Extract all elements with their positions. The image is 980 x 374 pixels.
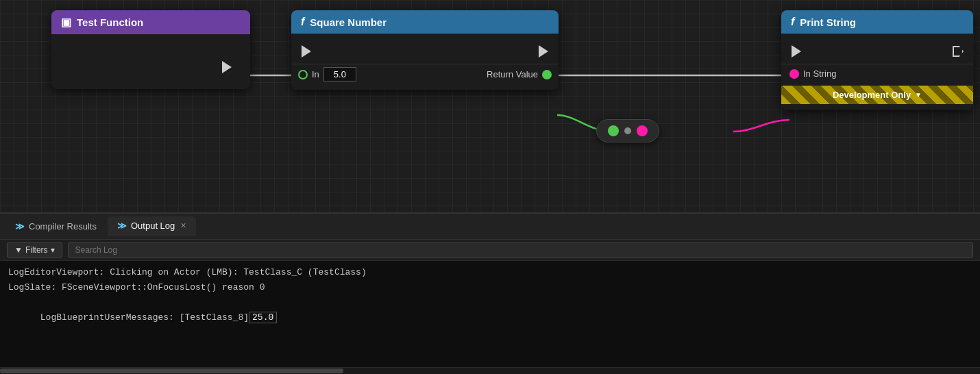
square-exec-in[interactable] [299,45,313,58]
square-in-value[interactable] [323,67,356,82]
test-function-header: ▣ Test Function [51,10,250,34]
dev-only-badge: Development Only ▼ [781,86,973,104]
test-function-title: Test Function [77,16,143,28]
scrollbar-area[interactable] [0,367,980,374]
log-line-3: LogBlueprintUserMessages: [TestClass_8]2… [8,295,972,340]
scrollbar-thumb[interactable] [0,369,343,373]
output-tab-label: Output Log [131,221,175,231]
square-number-node[interactable]: f Square Number In Return Value [291,10,559,90]
square-number-body: In Return Value [291,34,559,90]
square-number-pins: In Return Value [291,64,559,84]
square-exec-out[interactable] [537,45,550,58]
bottom-panel: ≫ Compiler Results ≫ Output Log ✕ ▼ Filt… [0,212,980,374]
log-area: LogEditorViewport: Clicking on Actor (LM… [0,261,980,367]
square-return-label: Return Value [487,69,538,79]
log-line-3-prefix: LogBlueprintUserMessages: [TestClass_8] [40,312,249,323]
log-line-1: LogEditorViewport: Clicking on Actor (LM… [8,265,972,280]
print-exec-in[interactable] [789,45,803,58]
print-in-string-pin[interactable] [789,69,799,79]
print-string-header: f Print String [781,10,973,34]
filter-funnel-icon: ▼ [14,245,23,255]
blueprint-canvas: ▣ Test Function f Square Number [0,0,980,212]
test-function-exec-out[interactable] [220,60,234,74]
square-return-pin[interactable] [542,70,552,79]
folder-icon: ▣ [61,16,71,29]
filter-chevron-icon: ▾ [51,245,55,255]
square-f-icon: f [301,16,304,28]
print-string-title: Print String [800,16,856,28]
print-exec-row [781,39,973,64]
print-f-icon: f [791,16,794,28]
print-in-string-row: In String [781,64,973,83]
test-function-body [51,34,250,89]
print-exec-out[interactable] [951,45,965,58]
search-log-input[interactable] [68,242,973,258]
log-line-2: LogSlate: FSceneViewport::OnFocusLost() … [8,280,972,295]
reroute-node[interactable] [596,119,659,142]
filters-button[interactable]: ▼ Filters ▾ [7,242,62,258]
tab-output[interactable]: ≫ Output Log ✕ [108,216,196,236]
square-in-label: In [312,69,319,79]
output-tab-icon: ≫ [117,221,127,231]
tab-bar: ≫ Compiler Results ≫ Output Log ✕ [0,214,980,240]
compiler-tab-label: Compiler Results [29,221,97,232]
square-number-title: Square Number [310,16,387,28]
print-string-body: In String Development Only ▼ [781,34,973,110]
log-value-highlight: 25.0 [249,312,277,323]
output-tab-close[interactable]: ✕ [180,221,186,230]
filters-label: Filters [25,245,48,255]
reroute-in-pin[interactable] [608,125,619,136]
tab-compiler[interactable]: ≫ Compiler Results [5,217,106,236]
square-number-exec-row [291,39,559,64]
square-number-header: f Square Number [291,10,559,34]
reroute-out-pin[interactable] [637,125,648,136]
square-in-pin[interactable] [298,70,308,79]
dev-only-arrow: ▼ [915,91,922,99]
compiler-tab-icon: ≫ [15,221,25,232]
dev-only-label: Development Only [833,90,911,100]
square-return-group: Return Value [487,69,552,79]
print-in-string-label: In String [803,68,836,79]
square-in-group: In [298,67,356,82]
print-string-node[interactable]: f Print String In String Development Onl… [781,10,973,110]
test-function-node[interactable]: ▣ Test Function [51,10,250,89]
reroute-mid-dot [624,127,631,134]
log-toolbar: ▼ Filters ▾ [0,240,980,261]
